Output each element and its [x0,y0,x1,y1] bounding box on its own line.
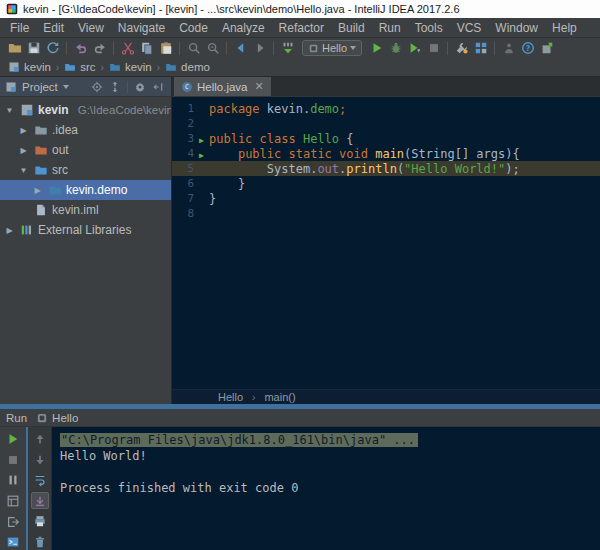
restore-layout-icon[interactable] [4,493,22,509]
redo-icon[interactable] [90,40,109,57]
chevron-collapsed-icon[interactable]: ▶ [4,226,15,235]
help-icon[interactable]: ? [518,40,537,57]
tree-item-kevin-iml[interactable]: kevin.iml [0,200,171,220]
menu-build[interactable]: Build [331,21,372,35]
run-gutter-icon[interactable]: ▶ [199,136,204,145]
chevron-down-icon[interactable] [63,85,69,89]
console-output[interactable]: "C:\Program Files\java\jdk1.8.0_161\bin\… [52,427,600,550]
code-line-6[interactable]: 6 } [172,176,600,191]
chevron-collapsed-icon[interactable]: ▶ [18,126,29,135]
chevron-expanded-icon[interactable]: ▼ [18,166,29,175]
menu-refactor[interactable]: Refactor [272,21,331,35]
breadcrumb-label: kevin [24,61,51,73]
tree-item-src[interactable]: ▼ src [0,160,171,180]
run-icon[interactable] [367,40,386,57]
project-header-icons [89,79,166,95]
menu-help[interactable]: Help [545,21,584,35]
chevron-collapsed-icon[interactable]: ▶ [18,146,29,155]
project-structure-icon[interactable] [471,40,490,57]
find-icon[interactable] [184,40,203,57]
intellij-window: kevin - [G:\IdeaCode\kevin] - [kevin] - … [0,0,600,550]
console-text: Hello World! [60,449,147,463]
settings-icon[interactable] [452,40,471,57]
soft-wrap-icon[interactable] [31,472,49,488]
console-icon[interactable] [4,534,22,550]
editor-breadcrumb-main[interactable]: main() [264,391,295,403]
menu-edit[interactable]: Edit [36,21,71,35]
stop-icon[interactable] [424,40,443,57]
paste-icon[interactable] [156,40,175,57]
run-gutter-icon[interactable]: ▶ [199,151,204,160]
run-coverage-icon[interactable] [405,40,424,57]
menu-view[interactable]: View [71,21,111,35]
code-line-2[interactable]: 2 [172,116,600,131]
editor-tab-hello-java[interactable]: C Hello.java ✕ [174,77,271,96]
undo-icon[interactable] [71,40,90,57]
collapse-all-icon[interactable] [107,79,123,95]
scroll-to-end-icon[interactable] [31,492,49,509]
code-line-3[interactable]: 3 ▶ public class Hello { [172,131,600,146]
menu-tools[interactable]: Tools [408,21,450,35]
close-tab-icon[interactable]: ✕ [255,81,264,92]
line-number: 6 [172,177,194,190]
toolbar-separator [273,42,274,55]
tree-item-kevin-demo[interactable]: ▶ kevin.demo [0,180,171,200]
code-line-1[interactable]: 1 package kevin.demo; [172,101,600,116]
chevron-collapsed-icon[interactable]: ▶ [32,186,43,195]
breadcrumb-src-1[interactable]: src [62,61,97,73]
synchronize-icon[interactable] [43,40,62,57]
menu-vcs[interactable]: VCS [450,21,489,35]
replace-icon[interactable] [203,40,222,57]
run-window-body: "C:\Program Files\java\jdk1.8.0_161\bin\… [0,427,600,550]
cut-icon[interactable] [118,40,137,57]
code-text: } [209,177,245,191]
project-tree: ▼ kevin G:\IdeaCode\kevin ▶ .idea ▶ out … [0,97,171,404]
forward-icon[interactable] [250,40,269,57]
clear-all-icon[interactable] [31,533,49,549]
gear-icon[interactable] [132,79,148,95]
chevron-expanded-icon[interactable]: ▼ [4,106,15,115]
code-line-8[interactable]: 8 [172,206,600,221]
tree-item-out[interactable]: ▶ out [0,140,171,160]
menu-analyze[interactable]: Analyze [215,21,272,35]
copy-icon[interactable] [137,40,156,57]
menu-code[interactable]: Code [172,21,215,35]
down-stack-trace-icon[interactable] [31,451,49,467]
tree-item-kevin[interactable]: ▼ kevin G:\IdeaCode\kevin [0,100,171,120]
breadcrumb-kevin-0[interactable]: kevin [6,61,53,73]
ant-build-icon[interactable] [499,40,518,57]
save-all-icon[interactable] [24,40,43,57]
up-stack-trace-icon[interactable] [31,431,49,447]
compile-icon[interactable] [278,40,297,57]
stop-icon[interactable] [4,452,22,468]
menu-run[interactable]: Run [372,21,408,35]
breadcrumb-demo-3[interactable]: demo [163,61,212,73]
code-line-4[interactable]: 4 ▶ public static void main(String[] arg… [172,146,600,161]
editor-breadcrumb-hello[interactable]: Hello [218,391,243,403]
back-icon[interactable] [231,40,250,57]
tree-item-external-libraries[interactable]: ▶ External Libraries [0,220,171,240]
run-config-selector[interactable]: Hello [302,40,362,56]
gutter: ▶ [194,147,209,161]
open-file-icon[interactable] [5,40,24,57]
tree-item-idea[interactable]: ▶ .idea [0,120,171,140]
print-icon[interactable] [31,513,49,529]
breadcrumb-kevin-2[interactable]: kevin [107,61,154,73]
rerun-icon[interactable] [4,431,22,447]
code-line-7[interactable]: 7 } [172,191,600,206]
hide-panel-icon[interactable] [150,79,166,95]
breadcrumb-label: demo [181,61,210,73]
code-editor[interactable]: 1 package kevin.demo; 2 3 ▶ public class… [172,97,600,389]
detach-console-icon[interactable] [4,514,22,530]
scroll-from-source-icon[interactable] [89,79,105,95]
pause-output-icon[interactable] [4,472,22,488]
menu-navigate[interactable]: Navigate [111,21,172,35]
tree-item-label: kevin [38,103,69,117]
menu-file[interactable]: File [3,21,36,35]
debug-icon[interactable] [386,40,405,57]
project-panel-header[interactable]: Project [0,77,171,97]
menu-window[interactable]: Window [488,21,545,35]
run-tab-hello[interactable]: Hello [33,409,81,426]
updates-icon[interactable] [537,40,556,57]
code-line-5[interactable]: 5 System.out.println("Hello World!"); [172,161,600,176]
